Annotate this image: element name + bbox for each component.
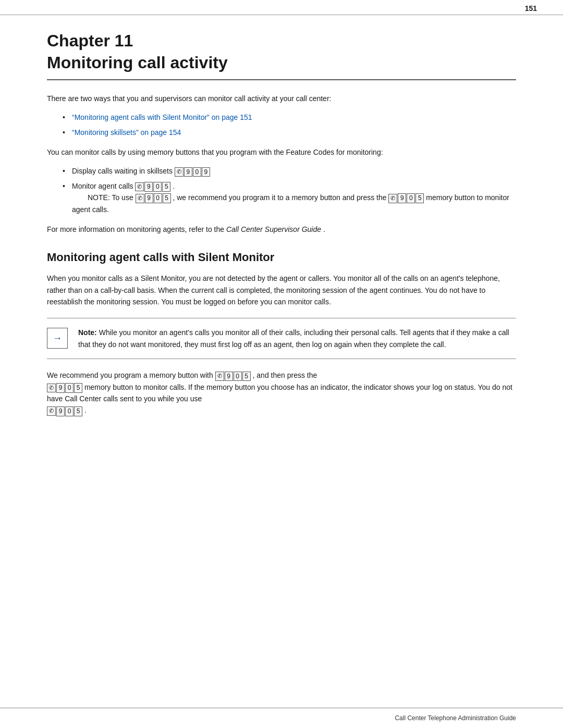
key-5: 5 <box>163 193 171 203</box>
key-0: 0 <box>154 193 162 203</box>
chapter-heading: Chapter 11 Monitoring call activity <box>47 31 516 80</box>
list-item-display: Display calls waiting in skillsets ✆ 9 0… <box>63 165 516 177</box>
feature-bullets: Display calls waiting in skillsets ✆ 9 0… <box>63 165 516 215</box>
note-line: NOTE: To use ✆ 9 0 5 , we recommend you … <box>72 193 509 213</box>
footer-text: Call Center Telephone Administration Gui… <box>395 714 516 722</box>
keycode-9005-rec2: ✆ 9 0 5 <box>47 383 82 393</box>
note-arrow-box: → <box>47 328 68 349</box>
keycode-9005-rec3: ✆ 9 0 5 <box>47 406 82 416</box>
key-5: 5 <box>415 193 424 203</box>
note-text: While you monitor an agent’s calls you m… <box>78 328 509 348</box>
key-9b: 9 <box>202 167 210 177</box>
feature-codes-text: You can monitor calls by using memory bu… <box>47 146 516 158</box>
more-info-suffix: . <box>323 225 325 233</box>
chapter-divider <box>47 79 516 80</box>
note-box: → Note: While you monitor an agent’s cal… <box>47 318 516 359</box>
display-calls-text: Display calls waiting in skillsets <box>72 167 175 175</box>
section-heading: Monitoring agent calls with Silent Monit… <box>47 251 516 264</box>
key-0: 0 <box>65 406 74 416</box>
key-5: 5 <box>74 383 82 393</box>
key-9: 9 <box>225 372 233 381</box>
main-content: Chapter 11 Monitoring call activity Ther… <box>0 15 563 465</box>
key-icon: ✆ <box>215 372 224 380</box>
note-bold-label: Note: <box>78 328 97 337</box>
key-0: 0 <box>407 193 415 203</box>
key-0: 0 <box>153 182 162 192</box>
recommend-text-2: , and then press the <box>253 371 317 379</box>
key-9: 9 <box>184 167 192 177</box>
more-info-prefix: For more information on monitoring agent… <box>47 225 224 233</box>
list-item: “Monitoring agent calls with Silent Moni… <box>63 112 516 123</box>
recommend-suffix: . <box>84 406 87 414</box>
list-item: “Monitoring skillsets” on page 154 <box>63 127 516 138</box>
monitor-period: . <box>173 182 175 190</box>
section-intro: When you monitor calls as a Silent Monit… <box>47 273 516 307</box>
key-icon: ✆ <box>175 167 183 176</box>
key-icon: ✆ <box>47 384 56 392</box>
key-5: 5 <box>162 182 170 192</box>
page-number-bar: 151 <box>0 0 563 15</box>
footer: Call Center Telephone Administration Gui… <box>0 708 563 728</box>
key-9: 9 <box>144 182 153 192</box>
key-icon: ✆ <box>47 406 56 415</box>
key-9: 9 <box>56 406 65 416</box>
note-content: Note: While you monitor an agent’s calls… <box>78 327 516 350</box>
link-skillsets[interactable]: “Monitoring skillsets” on page 154 <box>72 128 181 137</box>
more-info-text: For more information on monitoring agent… <box>47 224 516 235</box>
key-9: 9 <box>145 193 153 203</box>
links-list: “Monitoring agent calls with Silent Moni… <box>63 112 516 138</box>
keycode-9009: ✆ 9 0 9 <box>175 167 210 177</box>
intro-text: There are two ways that you and supervis… <box>47 93 516 104</box>
key-icon: ✆ <box>136 194 144 203</box>
key-0: 0 <box>65 383 74 393</box>
key-0: 0 <box>193 167 201 177</box>
key-icon: ✆ <box>135 182 144 191</box>
key-0: 0 <box>234 372 242 381</box>
keycode-9005-note: ✆ 9 0 5 <box>136 193 171 203</box>
key-5: 5 <box>74 406 82 416</box>
key-icon: ✆ <box>388 194 397 203</box>
recommend-paragraph: We recommend you program a memory button… <box>47 369 516 416</box>
key-9: 9 <box>56 383 65 393</box>
list-item-monitor: Monitor agent calls ✆ 9 0 5 . NOTE: To u… <box>63 180 516 215</box>
keycode-9005-rec1: ✆ 9 0 5 <box>215 372 251 381</box>
monitor-calls-text: Monitor agent calls <box>72 182 135 190</box>
guide-name: Call Center Supervisor Guide <box>226 225 321 233</box>
recommend-text-1: We recommend you program a memory button… <box>47 371 213 379</box>
key-5: 5 <box>242 372 251 381</box>
chapter-label: Chapter 11 <box>47 31 516 51</box>
recommend-text-3: memory button to monitor calls. If the m… <box>47 383 512 403</box>
page-number: 151 <box>525 4 537 13</box>
key-9: 9 <box>398 193 406 203</box>
link-silent-monitor[interactable]: “Monitoring agent calls with Silent Moni… <box>72 113 252 121</box>
chapter-title: Monitoring call activity <box>47 53 516 72</box>
arrow-right-icon: → <box>53 333 62 344</box>
page-container: 151 Chapter 11 Monitoring call activity … <box>0 0 563 728</box>
keycode-9005-inline: ✆ 9 0 5 <box>135 182 170 192</box>
keycode-9005-note2: ✆ 9 0 5 <box>388 193 424 203</box>
